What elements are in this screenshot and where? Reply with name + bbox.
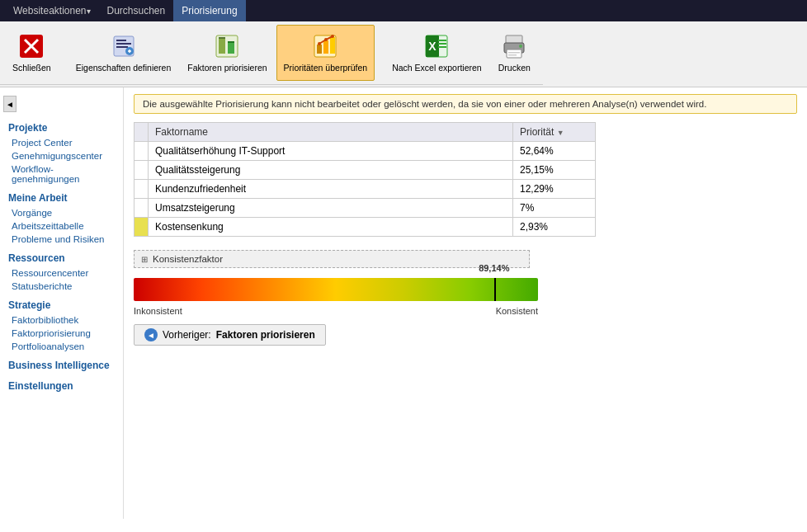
properties-icon: [111, 33, 137, 59]
sidebar-section-meine-arbeit: Meine Arbeit: [0, 186, 123, 206]
svg-rect-14: [228, 41, 234, 43]
svg-rect-17: [323, 40, 328, 54]
row-color-cell: [134, 199, 149, 218]
gradient-bar-container: 89,14%: [134, 278, 538, 301]
column-header-prioritaet[interactable]: Priorität ▼: [513, 123, 596, 142]
sort-arrow-icon: ▼: [557, 129, 564, 137]
sidebar-section-bi: Business Intelligence: [0, 353, 123, 374]
svg-rect-4: [116, 40, 126, 41]
svg-rect-30: [507, 49, 521, 58]
nav-durchsuchen[interactable]: Durchsuchen: [99, 0, 174, 21]
sidebar-section-ressourcen: Ressourcen: [0, 246, 123, 266]
sidebar-section-projekte: Projekte: [0, 115, 123, 136]
svg-rect-12: [228, 43, 234, 54]
svg-rect-31: [508, 52, 520, 54]
sidebar-item-arbeitszeittabelle[interactable]: Arbeitszeittabelle: [0, 219, 123, 233]
nav-priorisierung[interactable]: Priorisierung: [173, 0, 245, 21]
table-row: Kundenzufriedenheit12,29%: [134, 180, 596, 199]
svg-text:X: X: [429, 40, 437, 53]
sidebar-item-faktorpriorisierung[interactable]: Faktorpriorisierung: [0, 327, 123, 340]
svg-rect-32: [508, 54, 517, 56]
factors-label: Faktoren priorisieren: [187, 63, 267, 73]
svg-rect-16: [317, 45, 322, 54]
excel-button[interactable]: X Nach Excel exportieren: [385, 25, 489, 81]
table-row: Umsatzsteigerung7%: [134, 199, 596, 218]
priorities-icon: [312, 33, 338, 59]
info-message: Die ausgewählte Priorisierung kann nicht…: [134, 94, 797, 114]
ribbon-section-navigieren: Eigenschaften definieren Faktoren priori…: [64, 21, 380, 87]
svg-point-19: [318, 42, 321, 45]
sidebar-item-vorgaenge[interactable]: Vorgänge: [0, 206, 123, 219]
axis-right-label: Konsistent: [496, 306, 538, 316]
close-label: Schließen: [12, 63, 51, 73]
back-icon: ◄: [144, 328, 158, 341]
consistency-section: ⊞ Konsistenzfaktor 89,14% Inkonsistent K…: [134, 250, 797, 316]
back-button[interactable]: ◄ Vorheriger: Faktoren priorisieren: [134, 324, 326, 346]
sidebar-item-project-center[interactable]: Project Center: [0, 136, 123, 149]
sidebar-item-genehmigungscenter[interactable]: Genehmigungscenter: [0, 149, 123, 162]
svg-point-33: [519, 45, 522, 48]
row-color-cell: [134, 180, 149, 199]
ribbon-section-freigeben: X Nach Excel exportieren: [380, 21, 543, 87]
priorities-button[interactable]: Prioritäten überprüfen: [276, 25, 375, 81]
close-button[interactable]: Schließen: [5, 25, 59, 81]
table-row: Qualitätserhöhung IT-Support52,64%: [134, 142, 596, 161]
consistency-label: Konsistenzfaktor: [153, 254, 223, 264]
row-color-cell: [134, 218, 149, 237]
svg-point-21: [331, 35, 334, 38]
excel-label: Nach Excel exportieren: [392, 63, 482, 73]
ribbon: Schließen Priorisierung: [0, 21, 807, 87]
svg-rect-5: [116, 43, 131, 45]
row-factor-name: Kostensenkung: [149, 218, 513, 237]
factors-button[interactable]: Faktoren priorisieren: [180, 25, 274, 81]
sidebar: ◄ Projekte Project Center Genehmigungsce…: [0, 87, 124, 519]
print-button[interactable]: Drucken: [491, 25, 538, 81]
gradient-value-label: 89,14%: [479, 263, 509, 273]
row-factor-name: Qualitätssteigerung: [149, 161, 513, 180]
print-icon: [501, 33, 527, 59]
svg-rect-11: [219, 39, 225, 54]
top-navigation: Websiteaktionen Durchsuchen Priorisierun…: [0, 0, 807, 21]
row-priority: 52,64%: [513, 142, 596, 161]
back-label: Vorheriger:: [163, 329, 211, 341]
svg-rect-26: [438, 43, 446, 45]
excel-icon: X: [423, 33, 450, 59]
row-color-cell: [134, 161, 149, 180]
table-row: Kostensenkung2,93%: [134, 218, 596, 237]
svg-rect-25: [438, 40, 446, 41]
sidebar-item-ressourcencenter[interactable]: Ressourcencenter: [0, 266, 123, 280]
factors-icon: [214, 33, 240, 59]
priorities-label: Prioritäten überprüfen: [284, 63, 368, 73]
ribbon-section-priorisierung: Schließen Priorisierung: [0, 21, 64, 87]
content-area: Die ausgewählte Priorisierung kann nicht…: [124, 87, 807, 519]
svg-rect-18: [330, 37, 335, 54]
gradient-marker: 89,14%: [494, 278, 496, 301]
row-priority: 7%: [513, 199, 596, 218]
consistency-header: ⊞ Konsistenzfaktor: [134, 250, 530, 268]
consistency-toggle-icon[interactable]: ⊞: [141, 255, 148, 264]
main-layout: ◄ Projekte Project Center Genehmigungsce…: [0, 87, 807, 519]
row-priority: 2,93%: [513, 218, 596, 237]
svg-rect-27: [438, 46, 446, 48]
properties-button[interactable]: Eigenschaften definieren: [68, 25, 179, 81]
svg-rect-13: [219, 37, 225, 39]
nav-websiteaktionen[interactable]: Websiteaktionen: [5, 0, 99, 21]
sidebar-item-workflow[interactable]: Workflow-genehmigungen: [0, 162, 123, 186]
gradient-axis-labels: Inkonsistent Konsistent: [134, 306, 538, 316]
sidebar-item-portfolioanalysen[interactable]: Portfolioanalysen: [0, 340, 123, 353]
print-label: Drucken: [498, 63, 531, 73]
properties-label: Eigenschaften definieren: [76, 63, 172, 73]
sidebar-collapse-button[interactable]: ◄: [3, 96, 17, 112]
axis-left-label: Inkonsistent: [134, 306, 182, 316]
row-priority: 12,29%: [513, 180, 596, 199]
sidebar-section-einstellungen: Einstellungen: [0, 374, 123, 394]
column-header-faktorname[interactable]: Faktorname: [149, 123, 513, 142]
row-color-cell: [134, 142, 149, 161]
row-priority: 25,15%: [513, 161, 596, 180]
sidebar-item-probleme[interactable]: Probleme und Risiken: [0, 233, 123, 246]
table-row: Qualitätssteigerung25,15%: [134, 161, 596, 180]
sidebar-item-statusberichte[interactable]: Statusberichte: [0, 280, 123, 293]
sidebar-section-strategie: Strategie: [0, 293, 123, 313]
svg-point-20: [324, 38, 328, 41]
sidebar-item-faktorbibliothek[interactable]: Faktorbibliothek: [0, 313, 123, 327]
